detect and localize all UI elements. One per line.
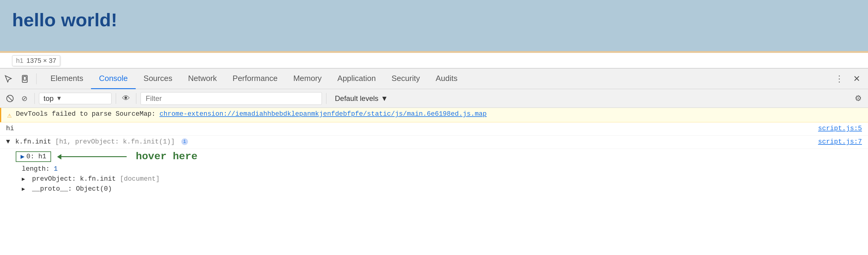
devtools-icons	[3, 73, 37, 84]
tooltip-size: 1375 × 37	[26, 57, 56, 65]
divider3	[136, 93, 136, 104]
log-levels-button[interactable]: Default levels ▼	[331, 93, 392, 104]
tab-sources[interactable]: Sources	[136, 69, 180, 89]
tab-console[interactable]: Console	[91, 69, 135, 89]
console-toolbar: ⊘ top ▼ 👁 Default levels ▼ ⚙	[0, 89, 868, 108]
svg-line-3	[7, 96, 12, 101]
page-heading: hello world!	[0, 0, 868, 39]
svg-rect-1	[23, 76, 26, 80]
log-hi-source[interactable]: script.js:5	[806, 125, 862, 132]
prevobject-expand[interactable]: ▶	[22, 176, 25, 182]
element-tooltip: h1 1375 × 37	[12, 55, 60, 66]
console-output: ⚠ DevTools failed to parse SourceMap: ch…	[0, 108, 868, 194]
context-arrow-icon: ▼	[56, 95, 62, 102]
hover-label: hover here	[136, 151, 197, 162]
tab-network[interactable]: Network	[180, 69, 224, 89]
hover-arrow	[60, 156, 127, 157]
context-value: top	[43, 94, 54, 103]
log-hi-text: hi	[6, 125, 14, 132]
eye-icon[interactable]: 👁	[120, 93, 132, 104]
more-tabs-button[interactable]: ⋮	[830, 74, 848, 84]
settings-button[interactable]: ⚙	[852, 93, 864, 104]
tab-bar: Elements Console Sources Network Perform…	[0, 69, 868, 89]
expand-arrow-main[interactable]: ▼	[6, 138, 10, 146]
hover-annotation-row: ▶ 0: h1 hover here	[0, 149, 868, 164]
filter-input[interactable]	[141, 92, 322, 105]
tooltip-tag: h1	[16, 57, 23, 65]
close-devtools-button[interactable]: ✕	[848, 74, 865, 84]
tab-performance[interactable]: Performance	[225, 69, 286, 89]
tab-application[interactable]: Application	[330, 69, 383, 89]
tab-security[interactable]: Security	[384, 69, 428, 89]
divider4	[326, 93, 327, 104]
prevobject-row: ▶ prevObject: k.fn.init [document]	[0, 174, 868, 184]
warning-text: DevTools failed to parse SourceMap: chro…	[16, 110, 862, 118]
block-icon[interactable]: ⊘	[19, 93, 30, 104]
tab-audits[interactable]: Audits	[428, 69, 465, 89]
info-icon[interactable]: i	[181, 138, 188, 145]
levels-label: Default levels	[335, 94, 378, 103]
inspect-icon[interactable]	[3, 73, 14, 84]
length-row: length: 1	[0, 164, 868, 174]
log-object-source[interactable]: script.js:7	[806, 138, 862, 146]
warning-row: ⚠ DevTools failed to parse SourceMap: ch…	[0, 108, 868, 122]
warning-icon: ⚠	[7, 111, 11, 120]
proto-expand[interactable]: ▶	[22, 186, 25, 192]
warning-link[interactable]: chrome-extension://iemadiahhbebdklepanmk…	[160, 110, 487, 118]
context-selector[interactable]: top ▼	[39, 93, 112, 104]
levels-arrow-icon: ▼	[381, 94, 388, 103]
webpage-preview: hello world! h1 1375 × 37	[0, 0, 868, 53]
tab-memory[interactable]: Memory	[285, 69, 330, 89]
device-icon[interactable]	[19, 73, 30, 84]
clear-console-button[interactable]	[4, 93, 16, 104]
log-row-hi: hi script.js:5	[0, 122, 868, 136]
proto-row: ▶ __proto__: Object(0)	[0, 184, 868, 194]
h1-item-box[interactable]: ▶ 0: h1	[16, 151, 51, 162]
arrow-line	[60, 156, 127, 157]
devtools-panel: Elements Console Sources Network Perform…	[0, 68, 868, 194]
log-object-text: ▼ k.fn.init [h1, prevObject: k.fn.init(1…	[6, 138, 188, 146]
log-row-object: ▼ k.fn.init [h1, prevObject: k.fn.init(1…	[0, 136, 868, 149]
tab-elements[interactable]: Elements	[42, 69, 91, 89]
expand-0-arrow[interactable]: ▶	[21, 153, 25, 161]
divider	[34, 93, 35, 104]
